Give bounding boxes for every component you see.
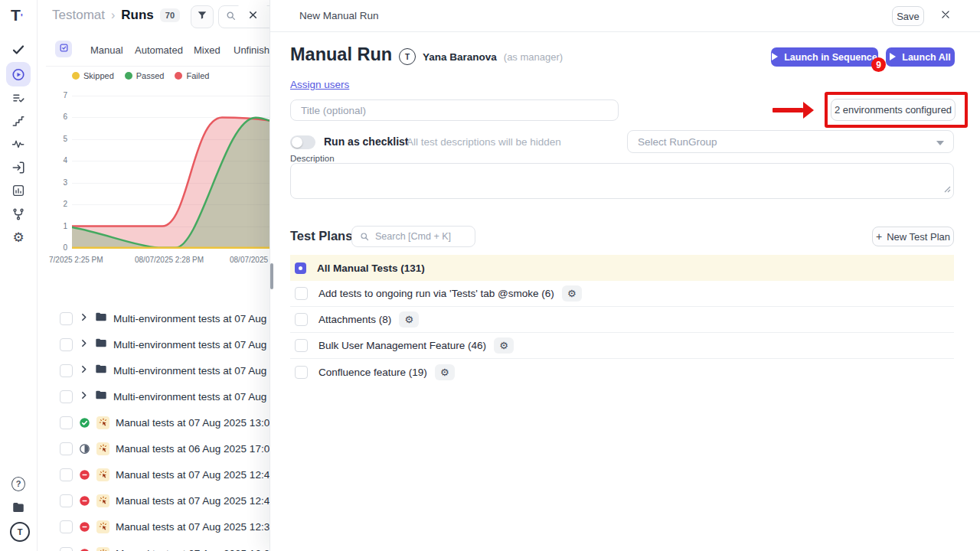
test-plan-row[interactable]: Attachments (8) ⚙ <box>290 307 954 333</box>
test-plans-search-input[interactable]: Search [Cmd + K] <box>351 226 475 247</box>
plan-settings-gear-icon[interactable]: ⚙ <box>399 311 419 328</box>
breadcrumb-project[interactable]: Testomat <box>52 8 105 23</box>
row-checkbox[interactable] <box>60 520 73 533</box>
description-textarea[interactable] <box>290 163 954 199</box>
branches-icon[interactable] <box>11 207 25 221</box>
plan-settings-gear-icon[interactable]: ⚙ <box>435 364 455 380</box>
run-row-folder[interactable]: Multi-environment tests at 07 Aug 202 <box>37 331 270 357</box>
drawer-topbar: New Manual Run Save <box>270 0 980 32</box>
launch-all-button[interactable]: Launch All <box>886 47 955 67</box>
breadcrumb-separator-icon: › <box>111 8 115 22</box>
checklist-label: Run as checklist <box>324 135 409 148</box>
y-tick: 6 <box>47 112 67 121</box>
save-button[interactable]: Save <box>892 6 924 26</box>
run-row-folder[interactable]: Multi-environment tests at 07 Aug 202 <box>37 383 270 409</box>
tab-manual[interactable]: Manual <box>90 44 123 56</box>
y-tick: 0 <box>47 243 67 252</box>
run-lists-icon[interactable] <box>11 91 25 105</box>
legend-failed[interactable]: Failed <box>175 71 209 80</box>
plan-settings-gear-icon[interactable]: ⚙ <box>562 285 582 302</box>
legend-skipped[interactable]: Skipped <box>72 71 114 80</box>
close-icon <box>248 9 258 23</box>
runs-panel: Testomat › Runs 70 S Ma <box>37 0 270 551</box>
help-icon[interactable]: ? <box>11 477 25 491</box>
row-checkbox[interactable] <box>60 312 73 325</box>
run-row-folder[interactable]: Multi-environment tests at 07 Aug 202 <box>37 305 270 331</box>
test-plans-heading: Test Plans <box>290 229 352 243</box>
rungroup-select[interactable]: Select RunGroup <box>627 130 954 153</box>
chevron-right-icon[interactable] <box>79 311 89 325</box>
search-clear-button[interactable] <box>236 5 270 28</box>
launch-in-sequence-button[interactable]: Launch in Sequence <box>771 47 878 67</box>
plan-settings-gear-icon[interactable]: ⚙ <box>494 337 514 354</box>
row-checkbox[interactable] <box>60 338 73 351</box>
row-checkbox[interactable] <box>60 468 73 481</box>
run-row-manual[interactable]: Manual tests at 07 Aug 2025 12:42 from <box>37 487 270 514</box>
y-tick: 3 <box>47 178 67 187</box>
row-checkbox[interactable] <box>60 494 73 507</box>
status-failed-icon <box>79 548 90 551</box>
annotation-arrow-head <box>803 102 814 119</box>
run-row-manual[interactable]: Manual tests at 07 Aug 2025 13:02 from <box>37 409 270 435</box>
settings-gear-icon[interactable]: ⚙ <box>11 230 25 244</box>
new-test-plan-button[interactable]: + New Test Plan <box>872 227 954 246</box>
user-avatar[interactable]: T <box>10 522 30 542</box>
plan-checkbox[interactable] <box>295 366 308 379</box>
checklist-hint: All test descriptions will be hidden <box>407 136 561 148</box>
row-checkbox[interactable] <box>60 390 73 403</box>
tests-icon[interactable] <box>11 43 25 57</box>
row-checkbox[interactable] <box>60 364 73 377</box>
environments-configured-button[interactable]: 2 environments configured <box>831 99 956 121</box>
docs-icon[interactable] <box>11 500 25 514</box>
tab-mixed[interactable]: Mixed <box>194 44 220 56</box>
chevron-right-icon[interactable] <box>79 390 89 403</box>
drawer-scrollbar-thumb[interactable] <box>270 263 273 289</box>
run-row-manual-partial[interactable]: Manual tests at 07 Aug 2025 12:3 <box>37 540 270 551</box>
skipped-dot-icon <box>72 72 80 80</box>
plan-checkbox[interactable] <box>295 287 308 300</box>
test-plan-row-selected[interactable]: All Manual Tests (131) <box>290 255 954 281</box>
filter-button[interactable] <box>191 5 214 28</box>
steps-icon[interactable] <box>11 114 25 128</box>
legend-passed[interactable]: Passed <box>125 71 165 80</box>
run-as-checklist-toggle[interactable] <box>290 135 315 149</box>
chart-legend: Skipped Passed Failed <box>72 71 209 80</box>
tab-unfinished[interactable]: Unfinished <box>234 44 270 56</box>
chevron-right-icon[interactable] <box>79 364 89 377</box>
pulse-icon[interactable] <box>11 137 25 151</box>
notification-badge: 9 <box>871 57 886 72</box>
run-title-input[interactable]: Title (optional) <box>290 99 619 121</box>
reports-icon[interactable] <box>11 184 25 197</box>
manual-run-icon <box>96 547 109 551</box>
plan-checkbox[interactable] <box>295 313 308 326</box>
tab-all-runs[interactable] <box>55 41 72 57</box>
tab-automated[interactable]: Automated <box>135 44 183 56</box>
row-checkbox[interactable] <box>60 416 73 429</box>
assign-users-link[interactable]: Assign users <box>290 79 349 90</box>
chevron-down-icon <box>936 141 944 145</box>
run-row-manual[interactable]: Manual tests at 06 Aug 2025 17:06 13 <box>37 435 270 461</box>
selected-checkbox[interactable] <box>295 262 306 274</box>
owner-avatar: T <box>399 48 416 65</box>
test-plan-row[interactable]: Confluence feature (19) ⚙ <box>290 359 954 385</box>
test-plan-row[interactable]: Bulk User Management Feature (46) ⚙ <box>290 333 954 359</box>
runs-icon[interactable] <box>11 67 25 81</box>
run-row-folder[interactable]: Multi-environment tests at 07 Aug 202 <box>37 357 270 383</box>
y-tick: 1 <box>47 222 67 230</box>
test-plan-row[interactable]: Add tests to ongoing run via 'Tests' tab… <box>290 281 954 307</box>
page-title: Manual Run <box>290 44 392 65</box>
y-tick: 2 <box>47 200 67 208</box>
failed-dot-icon <box>175 72 182 80</box>
close-drawer-button[interactable] <box>938 8 953 24</box>
resize-handle-icon[interactable] <box>944 182 951 196</box>
chevron-right-icon[interactable] <box>79 337 89 351</box>
app-logo[interactable]: T' <box>11 6 23 24</box>
import-icon[interactable] <box>11 161 25 174</box>
plan-checkbox[interactable] <box>295 339 308 352</box>
row-checkbox[interactable] <box>60 547 73 551</box>
run-row-manual[interactable]: Manual tests at 07 Aug 2025 12:43 from <box>37 461 270 487</box>
row-checkbox[interactable] <box>60 442 73 455</box>
folder-icon <box>95 337 107 352</box>
run-row-manual[interactable]: Manual tests at 07 Aug 2025 12:35 from <box>37 514 270 540</box>
description-label: Description <box>290 154 335 163</box>
